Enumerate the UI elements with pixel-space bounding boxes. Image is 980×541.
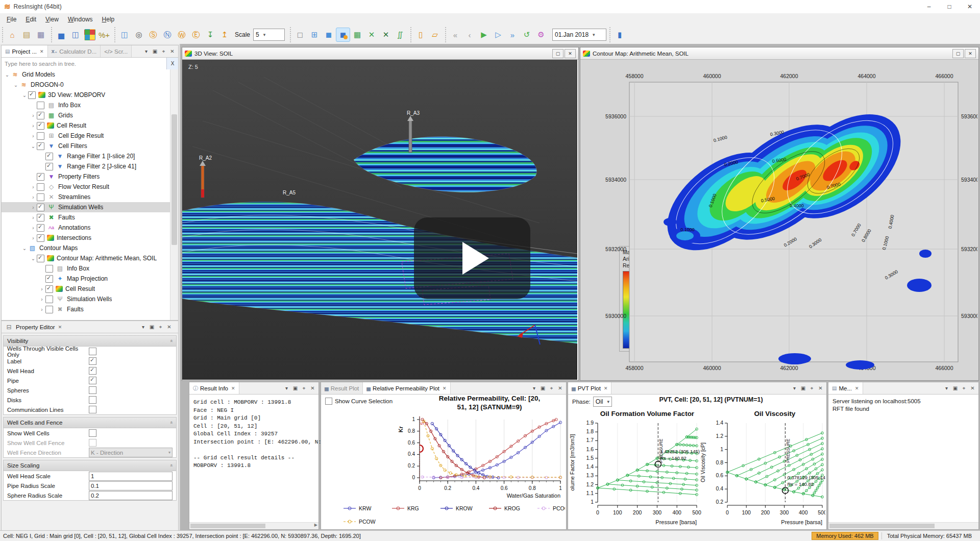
- dock-close-icon[interactable]: ✕: [968, 385, 977, 391]
- contour-close-button[interactable]: ✕: [965, 49, 976, 58]
- view3d-restore-button[interactable]: ▢: [552, 49, 564, 58]
- prop-input[interactable]: 1: [89, 472, 173, 481]
- tree-item-3d-view-mobporv[interactable]: ⌄3D View: MOBPORV: [2, 90, 170, 100]
- measure-polyline-icon[interactable]: ▱: [428, 28, 442, 42]
- view-cube-wire-icon[interactable]: ⊞: [307, 28, 322, 42]
- menu-edit[interactable]: Edit: [21, 14, 41, 24]
- prop-checkbox[interactable]: [89, 367, 96, 375]
- tab-me-[interactable]: ▤Me...✕: [828, 382, 863, 394]
- pin-icon[interactable]: ⌖: [159, 48, 168, 55]
- tree-item-contour-map-arithmetic-mean-soil[interactable]: ⌄Contour Map: Arithmetic Mean, SOIL: [2, 253, 170, 263]
- plot-main-window-icon[interactable]: ▅: [54, 28, 68, 42]
- float-icon[interactable]: ▣: [799, 385, 807, 391]
- scale-select[interactable]: 5▾: [253, 29, 285, 41]
- tab-pvt-plot[interactable]: ▅PVT Plot✕: [568, 382, 611, 394]
- tree-checkbox[interactable]: [45, 163, 53, 170]
- tree-checkbox[interactable]: [37, 204, 44, 211]
- section-header[interactable]: Size Scaling«: [4, 460, 176, 471]
- prop-checkbox[interactable]: [89, 396, 96, 404]
- dock-menu-icon[interactable]: ▾: [139, 324, 148, 330]
- dock-menu-icon[interactable]: ▾: [530, 385, 538, 391]
- tree-item-info-box[interactable]: ▤Info Box: [2, 263, 170, 274]
- tree-checkbox[interactable]: [37, 132, 44, 140]
- timestep-select[interactable]: 01.Jan 2018▾: [552, 29, 606, 41]
- tree-checkbox[interactable]: [45, 296, 53, 303]
- video-play-overlay[interactable]: [414, 217, 530, 299]
- dock-menu-icon[interactable]: ▾: [790, 385, 799, 391]
- expander-icon[interactable]: ⌄: [21, 245, 28, 251]
- tree-item-info-box[interactable]: ▤Info Box: [2, 100, 170, 110]
- tab-relative-permeability-plot[interactable]: ▅Relative Permeability Plot✕: [363, 382, 450, 394]
- property-editor-tab[interactable]: Property Editor: [16, 324, 55, 330]
- expander-icon[interactable]: ›: [30, 123, 37, 129]
- view3d-close-button[interactable]: ✕: [565, 49, 576, 58]
- tree-item-simulation-wells[interactable]: ›ΨSimulation Wells: [2, 202, 170, 212]
- tree-scrollbar[interactable]: [170, 69, 178, 320]
- show-well-paths-icon[interactable]: ∬: [393, 28, 407, 42]
- tab-close-icon[interactable]: ✕: [231, 386, 235, 391]
- view-cube-solid-icon[interactable]: ◼: [322, 28, 336, 42]
- anim-play-icon[interactable]: ▶: [477, 28, 491, 42]
- float-icon[interactable]: ▣: [151, 48, 159, 54]
- tree-item-grid-models[interactable]: ⌄≋Grid Models: [2, 69, 170, 80]
- anim-play-fwd-icon[interactable]: ▷: [491, 28, 505, 42]
- tree-item-faults[interactable]: ›✖Faults: [2, 212, 170, 223]
- expander-icon[interactable]: ›: [38, 297, 45, 302]
- result-info-hscrollbar[interactable]: ▶: [189, 522, 318, 529]
- messages-hscrollbar[interactable]: [828, 522, 978, 529]
- property-editor-close-icon[interactable]: ✕: [58, 325, 62, 330]
- expander-icon[interactable]: ⌄: [4, 72, 11, 78]
- minimize-button[interactable]: –: [919, 0, 939, 13]
- tab--scr-[interactable]: </> Scr...: [101, 45, 132, 57]
- tab-result-info[interactable]: ⓘResult Info✕: [189, 382, 239, 394]
- show-faults-color-icon[interactable]: ✕: [379, 28, 393, 42]
- dock-menu-icon[interactable]: ▾: [942, 385, 951, 391]
- expander-icon[interactable]: ›: [30, 133, 37, 139]
- expander-icon[interactable]: ›: [30, 215, 37, 220]
- tree-item-drogon-0[interactable]: ⌄≋DROGON-0: [2, 80, 170, 90]
- tree-checkbox[interactable]: [37, 112, 44, 119]
- dock-menu-icon[interactable]: ▾: [142, 48, 151, 54]
- view-cube-outline-icon[interactable]: ◻: [293, 28, 307, 42]
- tree-item-streamlines[interactable]: ›✕Streamlines: [2, 192, 170, 202]
- open-project-icon[interactable]: ⌂: [5, 28, 19, 42]
- prop-checkbox[interactable]: [89, 386, 96, 394]
- tree-item-simulation-wells[interactable]: ›ΨSimulation Wells: [2, 294, 170, 304]
- tree-checkbox[interactable]: [45, 275, 53, 283]
- expander-icon[interactable]: ›: [30, 113, 37, 118]
- split-view-icon[interactable]: ◫: [117, 28, 132, 42]
- tab-close-icon[interactable]: ✕: [604, 386, 608, 391]
- anim-step-back-icon[interactable]: ‹: [462, 28, 477, 42]
- expander-icon[interactable]: ⌄: [30, 256, 37, 261]
- section-header[interactable]: Well Cells and Fence«: [4, 417, 176, 428]
- float-icon[interactable]: ▣: [951, 385, 960, 391]
- prop-checkbox[interactable]: [89, 406, 96, 413]
- menu-file[interactable]: File: [2, 14, 21, 24]
- tree-search-input[interactable]: [2, 58, 166, 69]
- expander-icon[interactable]: ›: [30, 225, 37, 231]
- prop-checkbox[interactable]: [89, 377, 96, 384]
- zoom-all-icon[interactable]: ◎: [132, 28, 146, 42]
- show-grid-mesh-icon[interactable]: ▦: [350, 28, 364, 42]
- tab-project-[interactable]: ▤Project ...✕: [2, 45, 48, 57]
- open-file-icon[interactable]: ▤: [19, 28, 34, 42]
- tree-item-intersections[interactable]: ›Intersections: [2, 233, 170, 243]
- tree-checkbox[interactable]: [37, 224, 44, 232]
- expander-icon[interactable]: ⌄: [12, 82, 19, 88]
- new-plot-window-icon[interactable]: ◫: [68, 28, 83, 42]
- pin-icon[interactable]: ⌖: [807, 385, 816, 391]
- anim-skip-start-icon[interactable]: «: [448, 28, 462, 42]
- expander-icon[interactable]: ⌄: [30, 143, 37, 149]
- dock-close-icon[interactable]: ✕: [556, 385, 565, 391]
- tree-checkbox[interactable]: [37, 173, 44, 181]
- expander-icon[interactable]: ›: [30, 205, 37, 210]
- prop-checkbox[interactable]: [89, 348, 96, 355]
- view-west-icon[interactable]: Ⓦ: [175, 28, 189, 42]
- show-faults-icon[interactable]: ✕: [364, 28, 379, 42]
- tab-close-icon[interactable]: ✕: [855, 386, 859, 391]
- menu-help[interactable]: Help: [97, 14, 119, 24]
- tree-checkbox[interactable]: [45, 153, 53, 160]
- expander-icon[interactable]: ›: [38, 286, 45, 292]
- measure-distance-icon[interactable]: ▯: [413, 28, 428, 42]
- view-south-icon[interactable]: Ⓢ: [146, 28, 160, 42]
